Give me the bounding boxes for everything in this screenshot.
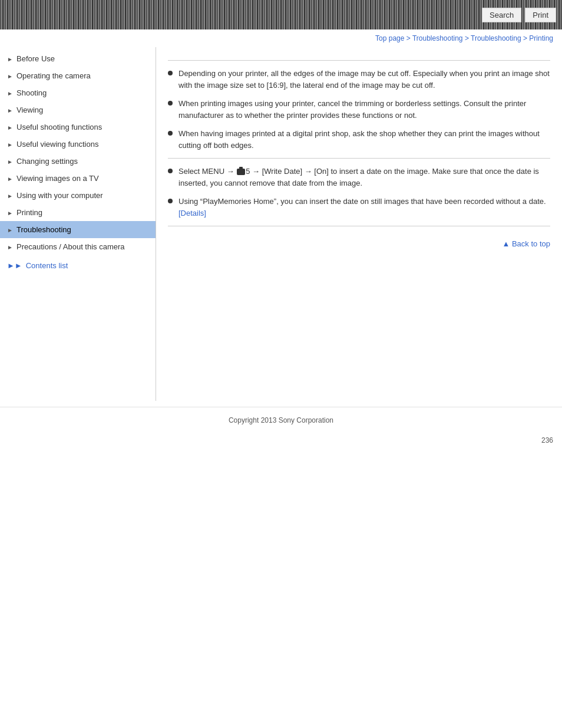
sidebar-item-label: Before Use bbox=[16, 54, 55, 63]
sidebar-item-precautions[interactable]: ► Precautions / About this camera bbox=[0, 238, 156, 255]
list-item: Depending on your printer, all the edges… bbox=[168, 68, 550, 91]
sidebar-item-label: Viewing bbox=[16, 106, 43, 114]
divider-bottom bbox=[168, 226, 550, 226]
arrow-icon: ► bbox=[7, 193, 13, 199]
sidebar-item-using-computer[interactable]: ► Using with your computer bbox=[0, 187, 156, 204]
arrow-icon: ► bbox=[7, 73, 13, 79]
back-to-top-link[interactable]: ▲ Back to top bbox=[502, 239, 550, 248]
sidebar-item-label: Troubleshooting bbox=[16, 225, 71, 234]
sidebar-item-label: Useful viewing functions bbox=[16, 140, 98, 149]
list-item: When printing images using your printer,… bbox=[168, 98, 550, 121]
section-2: Select MENU → 5 → [Write Date] → [On] to… bbox=[168, 166, 550, 219]
search-button[interactable]: Search bbox=[482, 8, 521, 22]
section2-bullet-list: Select MENU → 5 → [Write Date] → [On] to… bbox=[168, 166, 550, 219]
sidebar-item-useful-viewing[interactable]: ► Useful viewing functions bbox=[0, 136, 156, 153]
list-item: Using “PlayMemories Home”, you can inser… bbox=[168, 196, 550, 219]
copyright-text: Copyright 2013 Sony Corporation bbox=[229, 416, 333, 424]
bullet-text: Depending on your printer, all the edges… bbox=[178, 68, 550, 91]
arrow-icon: ► bbox=[7, 124, 13, 130]
breadcrumb-troubleshooting2[interactable]: Troubleshooting bbox=[471, 34, 521, 42]
sidebar-item-label: Viewing images on a TV bbox=[16, 174, 99, 183]
sidebar-item-label: Printing bbox=[16, 208, 42, 217]
bullet-text: When having images printed at a digital … bbox=[178, 128, 550, 151]
sidebar: ► Before Use ► Operating the camera ► Sh… bbox=[0, 47, 156, 401]
sidebar-item-label: Changing settings bbox=[16, 157, 78, 166]
arrow-icon: ► bbox=[7, 107, 13, 113]
page-header: Search Print bbox=[0, 0, 562, 29]
divider-mid bbox=[168, 158, 550, 159]
arrow-icon: ► bbox=[7, 176, 13, 182]
sidebar-item-operating-camera[interactable]: ► Operating the camera bbox=[0, 67, 156, 84]
list-item: When having images printed at a digital … bbox=[168, 128, 550, 151]
arrow-icon: ► bbox=[7, 227, 13, 233]
page-number: 236 bbox=[0, 433, 562, 447]
breadcrumb-sep3: > bbox=[523, 34, 529, 42]
sidebar-item-troubleshooting[interactable]: ► Troubleshooting bbox=[0, 221, 156, 238]
divider-top bbox=[168, 60, 550, 61]
breadcrumb-sep2: > bbox=[465, 34, 471, 42]
breadcrumb: Top page > Troubleshooting > Troubleshoo… bbox=[0, 29, 562, 47]
contents-list-link[interactable]: ►► Contents list bbox=[0, 255, 156, 276]
content-area: Depending on your printer, all the edges… bbox=[156, 47, 562, 401]
details-link[interactable]: [Details] bbox=[178, 209, 206, 218]
sidebar-item-printing[interactable]: ► Printing bbox=[0, 204, 156, 221]
section1-bullet-list: Depending on your printer, all the edges… bbox=[168, 68, 550, 151]
breadcrumb-printing[interactable]: Printing bbox=[529, 34, 553, 42]
arrow-right-icon: ►► bbox=[7, 261, 22, 270]
bullet-text: When printing images using your printer,… bbox=[178, 98, 550, 121]
list-item: Select MENU → 5 → [Write Date] → [On] to… bbox=[168, 166, 550, 189]
sidebar-item-label: Using with your computer bbox=[16, 191, 103, 200]
footer: Copyright 2013 Sony Corporation bbox=[0, 407, 562, 433]
print-button[interactable]: Print bbox=[525, 8, 556, 22]
sidebar-item-changing-settings[interactable]: ► Changing settings bbox=[0, 153, 156, 170]
camera-icon bbox=[237, 169, 245, 175]
sidebar-item-shooting[interactable]: ► Shooting bbox=[0, 84, 156, 101]
sidebar-item-useful-shooting[interactable]: ► Useful shooting functions bbox=[0, 118, 156, 136]
arrow-icon: ► bbox=[7, 159, 13, 164]
sidebar-item-label: Shooting bbox=[16, 88, 47, 97]
breadcrumb-top-page[interactable]: Top page bbox=[375, 34, 404, 42]
bullet-dot bbox=[168, 71, 173, 75]
bullet-text: Using “PlayMemories Home”, you can inser… bbox=[178, 196, 550, 219]
sidebar-item-viewing[interactable]: ► Viewing bbox=[0, 101, 156, 118]
bullet-dot bbox=[168, 199, 173, 203]
sidebar-item-viewing-tv[interactable]: ► Viewing images on a TV bbox=[0, 170, 156, 187]
bullet-dot bbox=[168, 101, 173, 106]
arrow-icon: ► bbox=[7, 244, 13, 250]
bullet-text: Select MENU → 5 → [Write Date] → [On] to… bbox=[178, 166, 550, 189]
back-to-top: ▲ Back to top bbox=[168, 233, 550, 254]
arrow-icon: ► bbox=[7, 90, 13, 96]
contents-list-label: Contents list bbox=[26, 261, 68, 270]
breadcrumb-sep1: > bbox=[406, 34, 412, 42]
arrow-icon: ► bbox=[7, 141, 13, 147]
bullet-dot bbox=[168, 169, 173, 173]
arrow-icon: ► bbox=[7, 210, 13, 216]
sidebar-item-label: Precautions / About this camera bbox=[16, 242, 125, 251]
bullet-dot bbox=[168, 131, 173, 136]
sidebar-item-label: Useful shooting functions bbox=[16, 123, 102, 131]
section-1: Depending on your printer, all the edges… bbox=[168, 68, 550, 151]
sidebar-item-before-use[interactable]: ► Before Use bbox=[0, 50, 156, 67]
main-layout: ► Before Use ► Operating the camera ► Sh… bbox=[0, 47, 562, 401]
breadcrumb-troubleshooting1[interactable]: Troubleshooting bbox=[412, 34, 463, 42]
arrow-icon: ► bbox=[7, 56, 13, 62]
sidebar-item-label: Operating the camera bbox=[16, 71, 91, 80]
